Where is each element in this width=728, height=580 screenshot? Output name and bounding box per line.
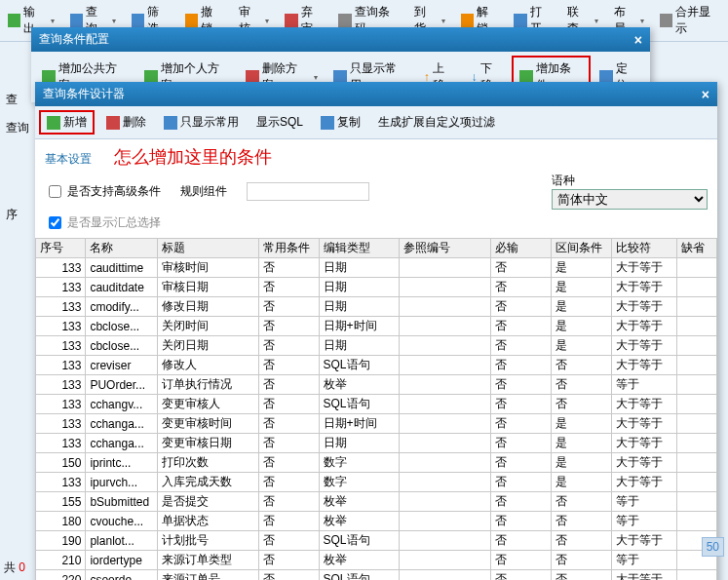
table-row[interactable]: 190planlot...计划批号否SQL语句否否大于等于 — [36, 531, 717, 551]
cell-must[interactable]: 否 — [490, 492, 551, 512]
cell-common[interactable]: 否 — [258, 395, 319, 414]
cell-title[interactable]: 单据状态 — [157, 512, 258, 531]
cell-seq[interactable]: 155 — [36, 492, 86, 512]
cell-range[interactable]: 否 — [551, 512, 611, 531]
cell-edit[interactable]: 日期 — [319, 336, 400, 356]
cell-must[interactable]: 否 — [490, 531, 551, 551]
cell-common[interactable]: 否 — [258, 258, 319, 278]
cell-range[interactable]: 否 — [551, 531, 611, 551]
cell-title[interactable]: 审核时间 — [157, 258, 258, 278]
cell-name[interactable]: csoorde... — [86, 570, 157, 581]
cell-range[interactable]: 否 — [551, 356, 611, 375]
cell-title[interactable]: 修改日期 — [157, 297, 258, 317]
cell-name[interactable]: bSubmitted — [86, 492, 157, 512]
cell-seq[interactable]: 133 — [36, 356, 86, 375]
btn-gen-ext[interactable]: 生成扩展自定义项过滤 — [372, 112, 501, 133]
cell-def[interactable] — [676, 414, 716, 434]
cell-ref[interactable] — [400, 531, 490, 551]
cell-seq[interactable]: 133 — [36, 375, 86, 395]
table-row[interactable]: 133PUOrder...订单执行情况否枚举否否等于 — [36, 375, 717, 395]
cell-cmp[interactable]: 大于等于 — [611, 473, 676, 492]
cell-cmp[interactable]: 大于等于 — [611, 395, 676, 414]
cell-ref[interactable] — [400, 512, 490, 531]
cell-ref[interactable] — [400, 356, 490, 375]
cell-def[interactable] — [676, 317, 716, 336]
cell-title[interactable]: 来源订单号 — [157, 570, 258, 581]
dlg2-close-icon[interactable]: × — [702, 87, 709, 102]
cell-must[interactable]: 否 — [490, 512, 551, 531]
cell-must[interactable]: 否 — [490, 375, 551, 395]
btn-copy[interactable]: 复制 — [315, 112, 366, 133]
table-row[interactable]: 133creviser修改人否SQL语句否否大于等于 — [36, 356, 717, 375]
cell-seq[interactable]: 133 — [36, 317, 86, 336]
col-def[interactable]: 缺省 — [676, 239, 716, 258]
cell-range[interactable]: 是 — [551, 317, 611, 336]
cell-common[interactable]: 否 — [258, 492, 319, 512]
cell-common[interactable]: 否 — [258, 434, 319, 453]
cell-seq[interactable]: 133 — [36, 336, 86, 356]
cell-title[interactable]: 计划批号 — [157, 531, 258, 551]
cell-title[interactable]: 订单执行情况 — [157, 375, 258, 395]
cell-must[interactable]: 否 — [490, 473, 551, 492]
cell-edit[interactable]: 数字 — [319, 473, 400, 492]
cell-seq[interactable]: 190 — [36, 531, 86, 551]
cell-title[interactable]: 变更审核人 — [157, 395, 258, 414]
col-title[interactable]: 标题 — [157, 239, 258, 258]
chk-advanced-box[interactable] — [49, 185, 61, 198]
cell-range[interactable]: 是 — [551, 297, 611, 317]
cell-cmp[interactable]: 等于 — [611, 512, 676, 531]
cell-common[interactable]: 否 — [258, 375, 319, 395]
cell-must[interactable]: 否 — [490, 570, 551, 581]
cell-def[interactable] — [676, 473, 716, 492]
cell-seq[interactable]: 133 — [36, 473, 86, 492]
cell-must[interactable]: 否 — [490, 336, 551, 356]
chk-advanced[interactable]: 是否支持高级条件 — [45, 182, 161, 201]
table-row[interactable]: 133cchanga...变更审核日期否日期否是大于等于 — [36, 434, 717, 453]
lang-select[interactable]: 简体中文 — [552, 189, 708, 210]
cell-name[interactable]: cchangv... — [86, 395, 157, 414]
cell-title[interactable]: 关闭日期 — [157, 336, 258, 356]
cell-range[interactable]: 否 — [551, 375, 611, 395]
cell-range[interactable]: 是 — [551, 336, 611, 356]
cell-name[interactable]: cvouche... — [86, 512, 157, 531]
cell-range[interactable]: 是 — [551, 453, 611, 473]
cell-cmp[interactable]: 大于等于 — [611, 297, 676, 317]
cell-name[interactable]: cbclose... — [86, 317, 157, 336]
cell-title[interactable]: 来源订单类型 — [157, 551, 258, 570]
cell-ref[interactable] — [400, 434, 490, 453]
cell-edit[interactable]: 枚举 — [319, 375, 400, 395]
cell-edit[interactable]: 日期 — [319, 258, 400, 278]
cell-ref[interactable] — [400, 317, 490, 336]
cell-def[interactable] — [676, 258, 716, 278]
cell-must[interactable]: 否 — [490, 317, 551, 336]
cell-def[interactable] — [676, 395, 716, 414]
chk-sum-box[interactable] — [49, 216, 61, 229]
col-must[interactable]: 必输 — [490, 239, 551, 258]
col-seq[interactable]: 序号 — [36, 239, 86, 258]
cell-name[interactable]: cbclose... — [86, 336, 157, 356]
cell-common[interactable]: 否 — [258, 512, 319, 531]
cell-edit[interactable]: SQL语句 — [319, 395, 400, 414]
cell-ref[interactable] — [400, 473, 490, 492]
cell-must[interactable]: 否 — [490, 278, 551, 297]
cell-common[interactable]: 否 — [258, 531, 319, 551]
col-cmp[interactable]: 比较符 — [611, 239, 676, 258]
btn-show-sql[interactable]: 显示SQL — [250, 112, 309, 133]
cell-cmp[interactable]: 大于等于 — [611, 258, 676, 278]
cell-name[interactable]: cchanga... — [86, 434, 157, 453]
cell-seq[interactable]: 133 — [36, 278, 86, 297]
cell-edit[interactable]: 枚举 — [319, 512, 400, 531]
cell-cmp[interactable]: 等于 — [611, 492, 676, 512]
table-row[interactable]: 220csoorde...来源订单号否SQL语句否否大于等于 — [36, 570, 717, 581]
cell-must[interactable]: 否 — [490, 395, 551, 414]
cell-edit[interactable]: 日期+时间 — [319, 317, 400, 336]
cell-range[interactable]: 否 — [551, 570, 611, 581]
cell-seq[interactable]: 150 — [36, 453, 86, 473]
cell-seq[interactable]: 133 — [36, 258, 86, 278]
cell-range[interactable]: 是 — [551, 258, 611, 278]
table-row[interactable]: 133cchanga...变更审核时间否日期+时间否是大于等于 — [36, 414, 717, 434]
cell-def[interactable] — [676, 336, 716, 356]
cell-edit[interactable]: 枚举 — [319, 492, 400, 512]
cell-ref[interactable] — [400, 336, 490, 356]
cell-common[interactable]: 否 — [258, 551, 319, 570]
